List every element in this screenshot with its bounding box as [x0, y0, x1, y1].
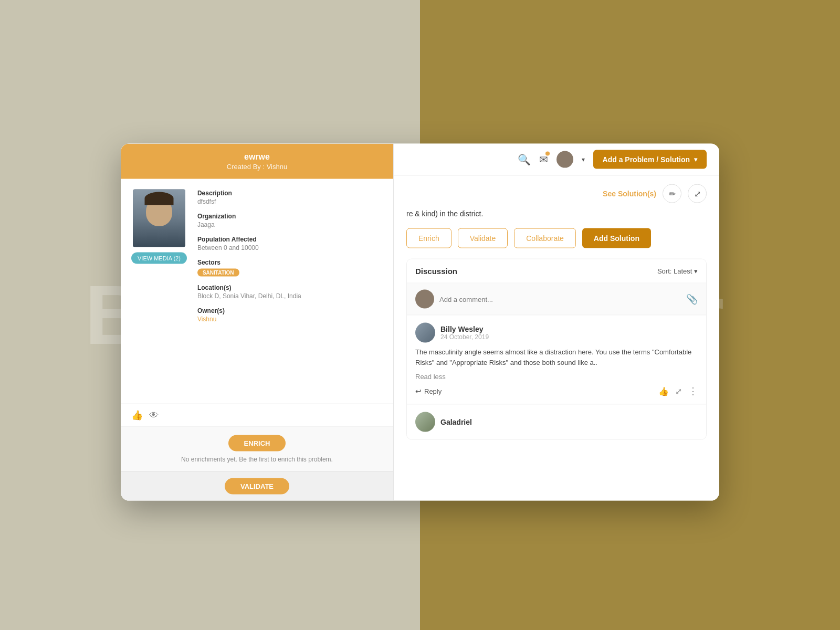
add-problem-label: Add a Problem / Solution [603, 155, 690, 164]
comment-card-preview: Galadriel [407, 405, 706, 439]
reply-button[interactable]: ↩ Reply [415, 387, 442, 395]
enrich-note: No enrichments yet. Be the first to enri… [131, 456, 383, 463]
owner-label: Owner(s) [197, 307, 383, 314]
bottom-bar: 👍 👁 [121, 404, 393, 426]
organization-row: Organization Jaaga [197, 213, 383, 228]
main-container: ewrwe Created By : Vishnu VIEW MEDIA (2)… [121, 144, 719, 501]
profile-image [133, 190, 185, 247]
location-label: Location(s) [197, 284, 383, 291]
navbar: 🔍 ✉ ▾ Add a Problem / Solution ▾ [394, 144, 719, 176]
problem-content: VIEW MEDIA (2) Description dfsdfsf Organ… [121, 179, 393, 404]
comment-text: The masculinity angle seems almost like … [415, 347, 698, 368]
sectors-row: Sectors SANITATION [197, 259, 383, 277]
owner-row: Owner(s) Vishnu [197, 307, 383, 323]
description-value: dfsdfsf [197, 198, 383, 205]
collaborate-button[interactable]: Collaborate [514, 228, 576, 248]
profile-section: VIEW MEDIA (2) [131, 190, 187, 393]
population-row: Population Affected Between 0 and 10000 [197, 236, 383, 251]
owner-link[interactable]: Vishnu [197, 316, 383, 323]
left-panel: ewrwe Created By : Vishnu VIEW MEDIA (2)… [121, 144, 394, 501]
comment-username: Billy Wesley [440, 325, 489, 333]
description-label: Description [197, 190, 383, 197]
content-area: See Solution(s) ✏ ⤢ re & kind) in the di… [394, 176, 719, 501]
location-row: Location(s) Block D, Sonia Vihar, Delhi,… [197, 284, 383, 300]
solution-row: See Solution(s) ✏ ⤢ [406, 184, 707, 203]
view-icon-button[interactable]: 👁 [149, 410, 159, 421]
discussion-header: Discussion Sort: Latest ▾ [407, 259, 706, 284]
attach-icon[interactable]: 📎 [686, 293, 698, 305]
sectors-label: Sectors [197, 259, 383, 266]
validate-large-button[interactable]: VALIDATE [225, 478, 289, 495]
read-less-link[interactable]: Read less [415, 373, 446, 381]
comment-avatar-billy [415, 323, 435, 343]
discussion-panel: Discussion Sort: Latest ▾ 📎 Billy Wesley… [406, 259, 707, 440]
validate-button[interactable]: Validate [458, 228, 508, 248]
comment-input-row: 📎 [407, 284, 706, 316]
population-value: Between 0 and 10000 [197, 244, 383, 251]
comment-like-button[interactable]: 👍 [658, 386, 669, 396]
mail-icon[interactable]: ✉ [539, 153, 548, 166]
user-avatar[interactable] [556, 151, 573, 168]
problem-header: ewrwe Created By : Vishnu [121, 144, 393, 179]
comment-user-row: Billy Wesley 24 October, 2019 [415, 323, 698, 343]
edit-icon-button[interactable]: ✏ [663, 184, 681, 203]
problem-description-text: re & kind) in the district. [406, 209, 707, 218]
see-solutions-link[interactable]: See Solution(s) [603, 190, 656, 198]
comment-card: Billy Wesley 24 October, 2019 The mascul… [407, 316, 706, 405]
population-label: Population Affected [197, 236, 383, 243]
enrich-large-button[interactable]: ENRICH [228, 435, 286, 452]
comment-username-galadriel: Galadriel [440, 418, 472, 426]
comment-avatar-galadriel [415, 412, 435, 432]
details-section: Description dfsdfsf Organization Jaaga P… [197, 190, 383, 393]
comment-user-row-galadriel: Galadriel [415, 412, 698, 432]
person-face-illustration [133, 190, 185, 247]
comment-more-button[interactable]: ⋮ [688, 385, 698, 397]
share-icon-button[interactable]: ⤢ [688, 184, 707, 203]
comment-input[interactable] [439, 295, 681, 303]
enrich-section: ENRICH No enrichments yet. Be the first … [121, 426, 393, 471]
action-buttons: Enrich Validate Collaborate Add Solution [406, 228, 707, 248]
view-media-button[interactable]: VIEW MEDIA (2) [131, 253, 187, 264]
reply-label: Reply [424, 387, 442, 395]
sort-dropdown[interactable]: Sort: Latest ▾ [657, 267, 698, 275]
sector-badge: SANITATION [197, 269, 239, 277]
problem-created-by: Created By : Vishnu [131, 163, 383, 171]
comment-user-info: Billy Wesley 24 October, 2019 [440, 325, 489, 341]
description-row: Description dfsdfsf [197, 190, 383, 205]
location-value: Block D, Sonia Vihar, Delhi, DL, India [197, 292, 383, 300]
reply-icon: ↩ [415, 387, 422, 395]
validate-section: VALIDATE [121, 471, 393, 501]
notification-dot [545, 152, 550, 156]
comment-date: 24 October, 2019 [440, 333, 489, 341]
comment-share-button[interactable]: ⤢ [675, 386, 682, 396]
enrich-button[interactable]: Enrich [406, 228, 452, 248]
add-solution-button[interactable]: Add Solution [582, 228, 651, 248]
organization-value: Jaaga [197, 221, 383, 228]
discussion-title: Discussion [415, 267, 457, 276]
current-user-avatar [415, 290, 434, 309]
add-problem-button[interactable]: Add a Problem / Solution ▾ [593, 150, 707, 169]
like-icon-button[interactable]: 👍 [131, 410, 143, 421]
comment-actions: ↩ Reply 👍 ⤢ ⋮ [415, 385, 698, 397]
problem-title: ewrwe [131, 152, 383, 162]
right-panel: 🔍 ✉ ▾ Add a Problem / Solution ▾ See Sol… [394, 144, 719, 501]
add-problem-chevron: ▾ [694, 156, 697, 163]
organization-label: Organization [197, 213, 383, 220]
chevron-down-icon[interactable]: ▾ [582, 156, 585, 163]
search-icon[interactable]: 🔍 [518, 153, 531, 166]
